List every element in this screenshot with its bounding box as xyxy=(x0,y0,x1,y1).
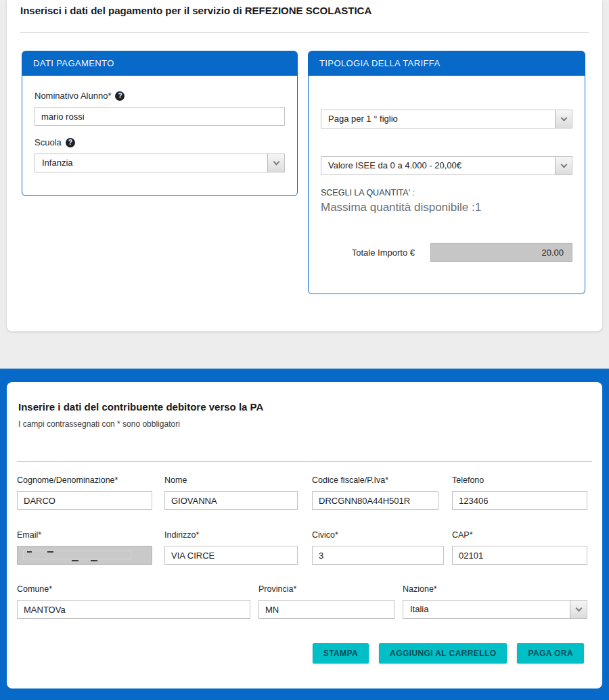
fiscal-code-field-group: Codice fiscale/P.Iva* xyxy=(312,475,438,510)
tipologia-tariffa-header: TIPOLOGIA DELLA TARIFFA xyxy=(309,51,585,76)
zip-input[interactable] xyxy=(452,546,587,565)
dati-pagamento-header: DATI PAGAMENTO xyxy=(22,51,297,76)
chevron-down-icon xyxy=(267,154,284,172)
email-label: Email* xyxy=(17,530,152,540)
chevron-down-icon xyxy=(555,110,572,128)
phone-input[interactable] xyxy=(452,491,587,510)
zip-label: CAP* xyxy=(452,530,587,540)
form-divider xyxy=(17,461,592,462)
debtor-section: Inserire i dati del contribuente debitor… xyxy=(0,369,609,700)
print-button[interactable]: STAMPA xyxy=(313,643,369,663)
civic-input[interactable] xyxy=(312,546,444,565)
add-to-cart-button[interactable]: AGGIUNGI AL CARRELLO xyxy=(379,643,507,663)
debtor-form-title: Inserire i dati del contribuente debitor… xyxy=(18,401,263,413)
province-label: Provincia* xyxy=(258,584,394,594)
isee-tariff-select[interactable]: Valore ISEE da 0 a 4.000 - 20,00€ xyxy=(321,156,572,175)
city-input[interactable] xyxy=(17,600,250,619)
chevron-down-icon xyxy=(555,157,572,174)
email-field-group: Email* xyxy=(17,530,152,565)
debtor-form-card: Inserire i dati del contribuente debitor… xyxy=(7,382,602,689)
max-quantity-text: Massima quantità disponibile :1 xyxy=(321,201,572,214)
total-row: Totale Importo € xyxy=(321,243,572,262)
province-field-group: Provincia* xyxy=(258,584,394,619)
school-label: Scuola ? xyxy=(35,137,285,147)
help-icon[interactable]: ? xyxy=(115,91,125,101)
civic-label: Civico* xyxy=(312,530,444,540)
name-input[interactable] xyxy=(164,491,298,510)
page-title: Inserisci i dati del pagamento per il se… xyxy=(20,5,371,16)
dati-pagamento-panel: DATI PAGAMENTO Nominativo Alunno* ? Scuo… xyxy=(22,51,298,196)
nation-field-group: Nazione* Italia xyxy=(403,584,587,619)
total-amount-label: Totale Importo € xyxy=(352,248,415,258)
help-icon[interactable]: ? xyxy=(66,138,75,147)
tipologia-tariffa-panel: TIPOLOGIA DELLA TARIFFA Paga per 1 ° fig… xyxy=(308,51,585,294)
pay-now-button[interactable]: PAGA ORA xyxy=(517,643,584,663)
fiscal-code-label: Codice fiscale/P.Iva* xyxy=(312,475,438,485)
surname-label: Cognome/Denominazione* xyxy=(17,475,152,485)
province-input[interactable] xyxy=(258,600,394,619)
phone-label: Telefono xyxy=(452,475,587,485)
surname-field-group: Cognome/Denominazione* xyxy=(17,475,152,510)
city-field-group: Comune* xyxy=(17,584,250,619)
address-field-group: Indirizzo* xyxy=(164,530,298,565)
debtor-form-subtitle: I campi contrassegnati con * sono obblig… xyxy=(18,419,180,429)
payment-section-card: Inserisci i dati del pagamento per il se… xyxy=(7,0,602,331)
form-actions: STAMPA AGGIUNGI AL CARRELLO PAGA ORA xyxy=(313,643,584,663)
total-amount-field xyxy=(430,243,572,262)
chevron-down-icon xyxy=(570,601,587,618)
school-select[interactable]: Infanzia xyxy=(35,154,285,172)
page: Inserisci i dati del pagamento per il se… xyxy=(0,0,609,700)
student-name-input[interactable] xyxy=(35,107,285,126)
zip-field-group: CAP* xyxy=(452,530,587,565)
phone-field-group: Telefono xyxy=(452,475,587,510)
address-input[interactable] xyxy=(164,546,298,565)
tipologia-tariffa-body: Paga per 1 ° figlio Valore ISEE da 0 a 4… xyxy=(309,110,585,262)
child-number-select[interactable]: Paga per 1 ° figlio xyxy=(321,110,572,129)
student-name-label: Nominativo Alunno* ? xyxy=(35,91,285,101)
nation-select[interactable]: Italia xyxy=(403,600,587,619)
dati-pagamento-body: Nominativo Alunno* ? Scuola ? Infanzia xyxy=(22,91,297,172)
address-label: Indirizzo* xyxy=(164,530,298,540)
quantity-label: SCEGLI LA QUANTITA' : xyxy=(321,188,572,197)
city-label: Comune* xyxy=(17,584,250,594)
title-divider xyxy=(20,32,589,33)
email-input-redacted[interactable] xyxy=(17,546,152,565)
surname-input[interactable] xyxy=(17,491,152,510)
fiscal-code-input[interactable] xyxy=(312,491,438,510)
name-field-group: Nome xyxy=(164,475,298,510)
nation-label: Nazione* xyxy=(403,584,587,594)
name-label: Nome xyxy=(164,475,298,485)
civic-field-group: Civico* xyxy=(312,530,444,565)
